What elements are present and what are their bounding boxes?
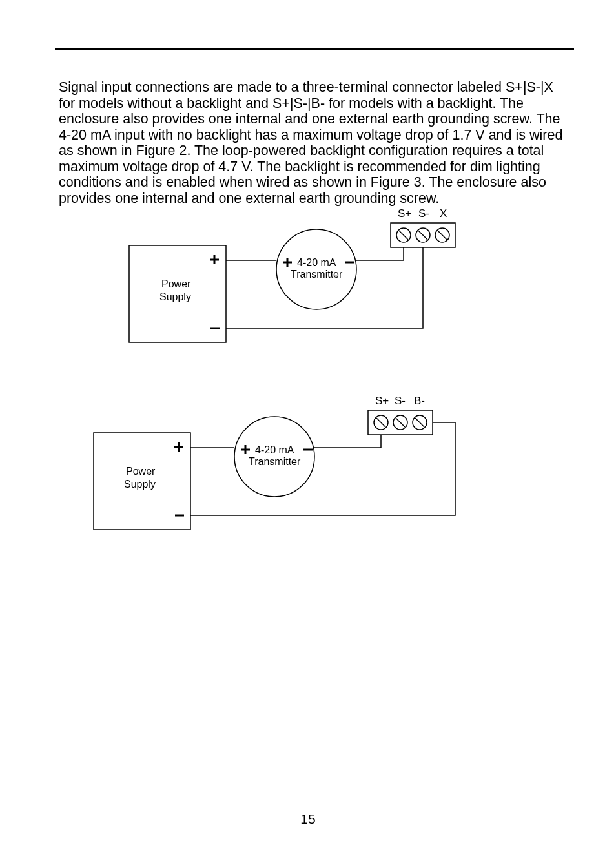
svg-line-9 xyxy=(418,231,427,240)
wiring-diagram-no-backlight: Power Supply 4-20 mA Transmitter xyxy=(129,207,465,358)
terminal-label-3: B- xyxy=(414,395,425,407)
terminal-label-2: S- xyxy=(395,395,406,407)
wire xyxy=(314,435,381,448)
transmitter-label-1: 4-20 mA xyxy=(297,257,336,268)
plus-icon xyxy=(241,445,250,454)
svg-line-19 xyxy=(376,418,385,427)
body-paragraph: Signal input connections are made to a t… xyxy=(59,79,569,206)
power-supply-label: Power xyxy=(126,466,156,477)
plus-icon xyxy=(174,442,183,452)
screw-icon xyxy=(396,228,411,242)
screw-icon xyxy=(393,415,407,430)
top-rule xyxy=(55,48,574,50)
transmitter-label-2: Transmitter xyxy=(249,456,301,467)
plus-icon xyxy=(283,258,292,267)
power-supply-label-2: Supply xyxy=(159,291,191,302)
screw-icon xyxy=(435,228,449,242)
wiring-diagram-with-backlight: Power Supply 4-20 mA Transmitter xyxy=(94,394,468,552)
transmitter-label-1: 4-20 mA xyxy=(255,444,294,455)
transmitter-label-2: Transmitter xyxy=(291,269,343,280)
screw-icon xyxy=(416,228,430,242)
terminal-label-1: S+ xyxy=(398,207,411,220)
svg-line-21 xyxy=(396,418,405,427)
wire xyxy=(356,247,404,260)
svg-line-11 xyxy=(438,231,447,240)
svg-line-23 xyxy=(415,418,424,427)
wire xyxy=(190,422,455,515)
terminal-label-1: S+ xyxy=(375,395,389,407)
plus-icon xyxy=(210,255,219,264)
svg-line-7 xyxy=(399,231,408,240)
power-supply-label-2: Supply xyxy=(124,479,156,490)
terminal-label-3: X xyxy=(440,207,447,220)
screw-icon xyxy=(413,415,427,430)
terminal-label-2: S- xyxy=(418,207,429,220)
page-number: 15 xyxy=(0,811,616,827)
power-supply-label: Power xyxy=(161,278,191,289)
page: Signal input connections are made to a t… xyxy=(0,0,616,863)
screw-icon xyxy=(374,415,388,430)
